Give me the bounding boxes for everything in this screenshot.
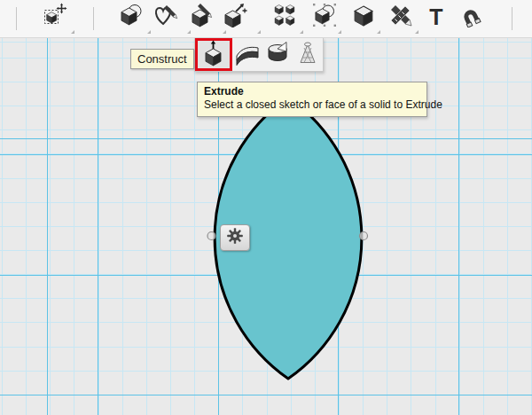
primitives-icon: [119, 3, 144, 31]
snap-icon: [458, 3, 482, 31]
extrude-menu-item[interactable]: [195, 38, 232, 71]
app-window: T Construct Extrude Select a closed sket…: [0, 0, 532, 415]
dropdown-corner-mark: [377, 30, 380, 34]
transform-tool-button[interactable]: [223, 4, 247, 29]
dropdown-corner-mark: [187, 30, 191, 34]
dropdown-corner-mark: [71, 30, 74, 34]
sketch-tool-button[interactable]: [153, 4, 178, 29]
revolve-icon: [264, 40, 291, 70]
main-toolbar: T: [0, 0, 532, 38]
right-vertex-handle[interactable]: [360, 232, 368, 240]
modify-tool-button[interactable]: [351, 4, 376, 29]
text-icon: T: [429, 4, 442, 29]
sweep-icon: [234, 40, 261, 70]
loft-icon: [294, 40, 321, 70]
dropdown-corner-mark: [300, 30, 303, 34]
modify-icon: [351, 3, 376, 31]
pattern-icon: [273, 3, 298, 31]
extrude-tooltip: Extrude Select a closed sketch or face o…: [197, 82, 427, 117]
pattern-tool-button[interactable]: [273, 4, 298, 29]
dropdown-corner-mark: [257, 30, 261, 34]
measure-tool-button[interactable]: [388, 4, 413, 29]
transform-icon: [223, 3, 247, 31]
dropdown-corner-mark: [415, 30, 419, 34]
toolbar-separator: [93, 7, 94, 30]
move-tool-button[interactable]: [43, 4, 67, 29]
tooltip-title: Extrude: [204, 85, 420, 98]
revolve-menu-item[interactable]: [262, 38, 293, 71]
sketch-settings-button[interactable]: [220, 224, 250, 251]
loft-menu-item[interactable]: [293, 38, 323, 71]
left-vertex-handle[interactable]: [207, 232, 215, 240]
toolbar-separator: [16, 7, 17, 30]
gear-icon: [226, 227, 244, 248]
dropdown-corner-mark: [147, 30, 151, 34]
combine-icon: [312, 3, 337, 31]
primitives-tool-button[interactable]: [119, 4, 144, 29]
sweep-menu-item[interactable]: [232, 38, 262, 71]
construct-dropdown-menu: [194, 38, 324, 72]
construct-icon: [189, 3, 214, 31]
dropdown-corner-mark: [223, 30, 226, 34]
combine-tool-button[interactable]: [312, 4, 337, 29]
dropdown-corner-mark: [338, 30, 341, 34]
snap-tool-button[interactable]: [458, 4, 482, 29]
text-tool-button[interactable]: T: [424, 4, 449, 29]
construct-tool-button[interactable]: [189, 4, 214, 29]
extrude-icon: [200, 40, 227, 70]
measure-icon: [388, 3, 413, 31]
construct-group-label: Construct: [130, 49, 194, 69]
sketch-icon: [153, 3, 178, 31]
move-icon: [43, 3, 67, 31]
tooltip-description: Select a closed sketch or face of a soli…: [204, 98, 420, 112]
toolbar-separator: [512, 7, 512, 30]
